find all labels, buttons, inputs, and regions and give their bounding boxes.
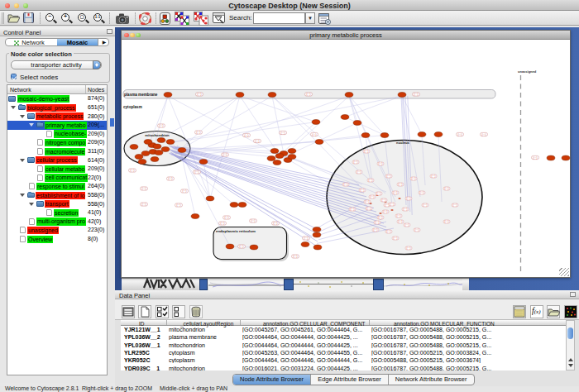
svg-text:(···): (···) [444,220,448,223]
svg-text:unassigned: unassigned [518,69,537,74]
svg-text:(···): (···) [398,220,402,223]
svg-text:(···): (···) [224,216,228,219]
svg-text:endoplasmic reticulum: endoplasmic reticulum [216,229,256,233]
svg-text:(···): (···) [419,191,423,194]
svg-text:(···): (···) [423,203,427,207]
svg-text:(···): (···) [194,170,199,174]
svg-text:(···): (···) [343,183,347,186]
svg-text:(···): (···) [141,203,146,206]
svg-text:(···): (···) [280,131,285,135]
svg-text:(···): (···) [414,93,418,96]
svg-text:(···): (···) [368,179,372,182]
svg-text:(···): (···) [406,246,410,250]
svg-text:(···): (···) [364,150,368,153]
svg-text:(···): (···) [390,203,394,206]
svg-text:(···): (···) [386,230,390,233]
svg-text:(···): (···) [130,169,134,172]
svg-text:(···): (···) [393,191,397,194]
svg-text:(···): (···) [353,160,357,164]
svg-text:cytoplasm: cytoplasm [123,105,142,109]
svg-text:(···): (···) [375,221,379,224]
svg-text:(···): (···) [223,153,227,156]
svg-text:(···): (···) [411,177,415,180]
svg-text:(···): (···) [393,237,397,240]
svg-text:(···): (···) [360,189,364,192]
svg-text:mitochondrion: mitochondrion [145,133,170,137]
svg-text:(···): (···) [381,198,385,202]
svg-text:(···): (···) [239,245,243,248]
svg-text:(···): (···) [182,189,186,193]
svg-text:(···): (···) [350,208,354,211]
svg-text:(···): (···) [273,222,277,225]
svg-text:(···): (···) [385,203,389,207]
svg-text:(···): (···) [373,228,377,232]
svg-text:(···): (···) [444,187,448,190]
svg-text:(···): (···) [386,174,390,178]
svg-text:nucleus: nucleus [396,141,409,145]
svg-text:(···): (···) [481,133,486,136]
svg-text:(···): (···) [251,219,255,222]
svg-text:(···): (···) [255,140,259,143]
svg-text:(···): (···) [244,134,248,137]
svg-text:(···): (···) [176,203,180,207]
svg-text:(···): (···) [414,228,419,232]
svg-text:(···): (···) [378,162,382,165]
svg-text:(···): (···) [404,223,409,227]
svg-text:(···): (···) [168,177,172,180]
svg-text:(···): (···) [370,195,374,198]
svg-text:(···): (···) [356,170,361,174]
svg-text:(···): (···) [306,93,310,96]
svg-text:(···): (···) [533,156,537,160]
svg-text:(···): (···) [398,183,402,186]
svg-text:(···): (···) [197,93,201,96]
svg-text:(···): (···) [366,207,371,210]
svg-text:(···): (···) [383,210,387,213]
svg-text:(···): (···) [312,133,316,136]
svg-text:(···): (···) [403,208,407,211]
svg-text:(···): (···) [378,216,382,219]
svg-text:(···): (···) [304,237,308,240]
svg-text:(···): (···) [293,255,297,258]
svg-text:(···): (···) [452,203,457,207]
svg-text:(···): (···) [365,200,369,203]
svg-text:(···): (···) [406,197,410,200]
svg-text:plasma membrane: plasma membrane [124,93,158,97]
svg-text:(···): (···) [376,192,380,195]
svg-text:(···): (···) [220,222,224,225]
svg-text:(···): (···) [159,124,163,127]
svg-text:(···): (···) [457,133,462,136]
svg-text:(···): (···) [141,187,146,190]
svg-text:(···): (···) [196,131,200,134]
svg-text:(···): (···) [396,214,400,218]
svg-text:(···): (···) [431,174,435,178]
